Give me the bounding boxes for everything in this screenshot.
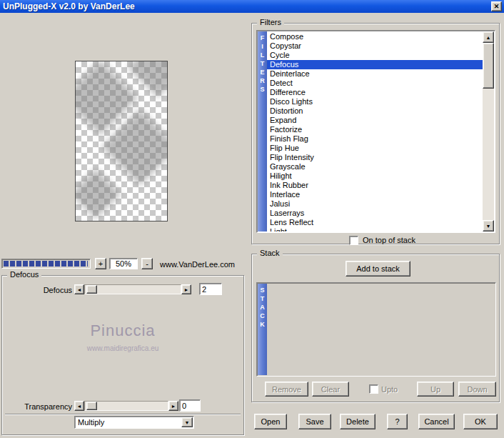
- filters-items: ComposeCopystarCycleDefocusDeinterlaceDe…: [267, 32, 483, 232]
- arrow-right-icon: ►: [171, 404, 176, 409]
- filter-item[interactable]: Flip Intensity: [267, 153, 483, 162]
- window-title: UnPlugged-X v2.0 by VanDerLee: [0, 1, 135, 11]
- close-icon: ✕: [494, 3, 500, 10]
- titlebar[interactable]: UnPlugged-X v2.0 by VanDerLee ✕: [0, 0, 504, 13]
- arrow-left-icon: ◄: [77, 404, 82, 409]
- preview-image[interactable]: [75, 61, 168, 222]
- close-button[interactable]: ✕: [491, 1, 502, 11]
- progress-bar: [1, 259, 91, 269]
- filter-item[interactable]: Cycle: [267, 51, 483, 60]
- scrollbar-thumb[interactable]: [483, 43, 494, 89]
- filter-item[interactable]: Lens Reflect: [267, 218, 483, 227]
- blend-mode-dropdown-button[interactable]: ▼: [181, 417, 193, 427]
- filter-item[interactable]: Expand: [267, 116, 483, 125]
- on-top-of-stack-checkbox[interactable]: [349, 236, 358, 245]
- cancel-button[interactable]: Cancel: [418, 414, 455, 429]
- add-to-stack-button[interactable]: Add to stack: [346, 261, 410, 277]
- transparency-slider-right-button[interactable]: ►: [168, 401, 178, 411]
- open-button[interactable]: Open: [254, 414, 287, 429]
- filter-item[interactable]: Jalusi: [267, 199, 483, 209]
- filter-item[interactable]: Hilight: [267, 171, 483, 181]
- down-button[interactable]: Down: [458, 382, 496, 397]
- filter-item[interactable]: Interlace: [267, 190, 483, 199]
- filter-item[interactable]: Deinterlace: [267, 69, 483, 79]
- filters-group-title: Filters: [257, 18, 284, 27]
- defocus-slider-left-button[interactable]: ◄: [74, 284, 84, 294]
- upto-checkbox[interactable]: [369, 384, 378, 394]
- stack-listbox[interactable]: STACK: [256, 282, 496, 377]
- filter-item[interactable]: Disco Lights: [267, 97, 483, 106]
- defocus-value-input[interactable]: [199, 283, 222, 295]
- ok-button[interactable]: OK: [463, 414, 498, 429]
- transparency-slider-thumb[interactable]: [86, 402, 97, 410]
- filter-item[interactable]: Detect: [267, 79, 483, 88]
- watermark-site: www.maidiregrafica.eu: [2, 344, 243, 352]
- filters-scrollbar[interactable]: ▲ ▼: [483, 31, 494, 232]
- stack-group-title: Stack: [257, 249, 283, 258]
- scroll-down-button[interactable]: ▼: [483, 220, 494, 232]
- transparency-slider-left-button[interactable]: ◄: [74, 401, 84, 411]
- arrow-left-icon: ◄: [77, 287, 82, 292]
- filters-listbox[interactable]: FILTERS ComposeCopystarCycleDefocusDeint…: [256, 30, 495, 233]
- chevron-down-icon: ▼: [185, 420, 190, 425]
- defocus-groupbox: Defocus Defocus ◄ ► Pinuccia www.maidire…: [1, 275, 244, 435]
- stack-groupbox: Stack Add to stack STACK Remove Clear Up…: [251, 254, 500, 402]
- zoom-out-button[interactable]: -: [141, 258, 153, 269]
- blend-mode-value: Multiply: [78, 418, 104, 427]
- save-button[interactable]: Save: [298, 414, 331, 429]
- transparency-value-input[interactable]: [179, 399, 201, 412]
- arrow-right-icon: ►: [184, 287, 189, 292]
- help-button[interactable]: ?: [387, 414, 408, 429]
- filter-item[interactable]: Grayscale: [267, 162, 483, 171]
- filter-item[interactable]: Laserrays: [267, 209, 483, 218]
- filters-strip: FILTERS: [258, 31, 267, 232]
- zoom-level-display: 50%: [109, 258, 138, 269]
- progress-fill: [4, 261, 88, 267]
- defocus-slider-right-button[interactable]: ►: [181, 284, 191, 294]
- on-top-of-stack-label: On top of stack: [363, 236, 415, 244]
- up-button[interactable]: Up: [417, 382, 454, 397]
- preview-shape: [75, 169, 121, 219]
- filter-item[interactable]: Copystar: [267, 41, 483, 51]
- blend-mode-select[interactable]: Multiply ▼: [74, 416, 194, 429]
- stack-strip: STACK: [258, 284, 267, 375]
- scroll-up-button[interactable]: ▲: [483, 31, 494, 43]
- filter-item[interactable]: Difference: [267, 88, 483, 97]
- arrow-down-icon: ▼: [486, 224, 491, 229]
- remove-button[interactable]: Remove: [265, 382, 308, 397]
- filter-item[interactable]: Compose: [267, 32, 483, 41]
- zoom-in-button[interactable]: +: [95, 258, 106, 269]
- transparency-slider-label: Transparency: [6, 402, 72, 411]
- transparency-slider-track[interactable]: [84, 401, 168, 411]
- filter-item[interactable]: Finish Flag: [267, 134, 483, 144]
- defocus-slider-label: Defocus: [6, 286, 72, 294]
- filter-item[interactable]: Light: [267, 227, 483, 232]
- filters-groupbox: Filters FILTERS ComposeCopystarCycleDefo…: [251, 23, 500, 244]
- defocus-slider-thumb[interactable]: [86, 285, 97, 294]
- delete-button[interactable]: Delete: [340, 414, 376, 429]
- filter-item[interactable]: Factorize: [267, 125, 483, 134]
- vendor-website-link[interactable]: www.VanDerLee.com: [160, 260, 235, 269]
- filter-item[interactable]: Flip Hue: [267, 144, 483, 153]
- filter-item[interactable]: Defocus: [267, 60, 483, 69]
- preview-shape: [128, 61, 168, 97]
- upto-label: Upto: [381, 385, 398, 394]
- defocus-slider-track[interactable]: [84, 284, 181, 294]
- filter-item[interactable]: Distortion: [267, 106, 483, 116]
- arrow-up-icon: ▲: [486, 35, 491, 40]
- clear-button[interactable]: Clear: [312, 382, 349, 397]
- filter-item[interactable]: Ink Rubber: [267, 181, 483, 190]
- watermark-name: Pinuccia: [2, 322, 243, 340]
- defocus-group-title: Defocus: [7, 270, 41, 279]
- separator: [5, 414, 241, 415]
